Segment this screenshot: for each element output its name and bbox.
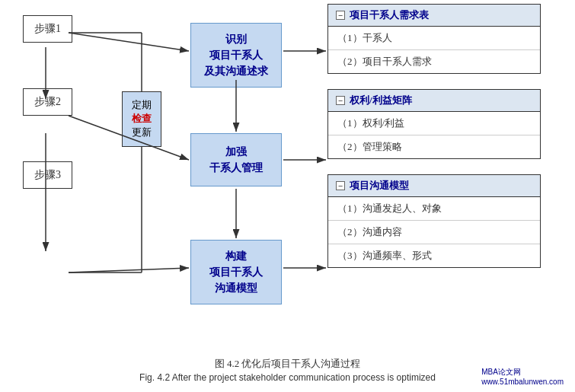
periodic-line1: 定期 xyxy=(132,99,152,110)
output-group-2-item-1: （1）权利/利益 xyxy=(328,112,540,135)
output-group-1-title: 项目干系人需求表 xyxy=(350,8,429,22)
step-3: 步骤3 xyxy=(23,161,72,189)
steps-column: 步骤1 步骤2 步骤3 xyxy=(23,15,72,189)
svg-line-6 xyxy=(69,268,189,272)
output-group-1: − 项目干系人需求表 （1）干系人 （2）项目干系人需求 xyxy=(327,4,541,74)
output-group-3-item-1: （1）沟通发起人、对象 xyxy=(328,197,540,221)
output-group-2: − 权利/利益矩阵 （1）权利/利益 （2）管理策略 xyxy=(327,89,541,159)
process-box-1: 识别项目干系人及其沟通述求 xyxy=(190,23,282,88)
process-box-3: 构建项目干系人沟通模型 xyxy=(190,240,282,304)
process-label-1: 识别项目干系人及其沟通述求 xyxy=(204,31,268,79)
watermark: MBA论文网www.51mbalunwen.com xyxy=(481,367,564,386)
step-2: 步骤2 xyxy=(23,88,72,116)
output-group-3-item-3: （3）沟通频率、形式 xyxy=(328,244,540,267)
output-group-3: − 项目沟通模型 （1）沟通发起人、对象 （2）沟通内容 （3）沟通频率、形式 xyxy=(327,174,541,268)
periodic-line3: 更新 xyxy=(132,126,152,138)
output-group-3-header: − 项目沟通模型 xyxy=(328,175,540,197)
collapse-icon-2[interactable]: − xyxy=(336,96,345,105)
svg-line-4 xyxy=(69,33,189,51)
output-group-1-item-1: （1）干系人 xyxy=(328,27,540,50)
collapse-icon-1[interactable]: − xyxy=(336,11,345,20)
collapse-icon-3[interactable]: − xyxy=(336,181,345,190)
output-group-2-item-2: （2）管理策略 xyxy=(328,135,540,158)
step-1: 步骤1 xyxy=(23,15,72,43)
process-box-2: 加强干系人管理 xyxy=(190,133,282,186)
periodic-check-box: 定期 检查 更新 xyxy=(122,91,161,147)
output-group-2-header: − 权利/利益矩阵 xyxy=(328,90,540,112)
output-group-1-header: − 项目干系人需求表 xyxy=(328,5,540,27)
output-group-2-title: 权利/利益矩阵 xyxy=(350,94,412,107)
output-group-3-item-2: （2）沟通内容 xyxy=(328,221,540,244)
periodic-line2: 检查 xyxy=(132,113,152,124)
process-label-2: 加强干系人管理 xyxy=(209,144,263,176)
output-column: − 项目干系人需求表 （1）干系人 （2）项目干系人需求 − 权利/利益矩阵 （… xyxy=(327,4,541,268)
output-group-1-item-2: （2）项目干系人需求 xyxy=(328,50,540,73)
output-group-3-title: 项目沟通模型 xyxy=(350,179,409,193)
diagram-container: 步骤1 步骤2 步骤3 定期 检查 更新 识别项目干系人及其沟通述求 加强干系人… xyxy=(0,0,575,350)
process-label-3: 构建项目干系人沟通模型 xyxy=(209,248,263,296)
